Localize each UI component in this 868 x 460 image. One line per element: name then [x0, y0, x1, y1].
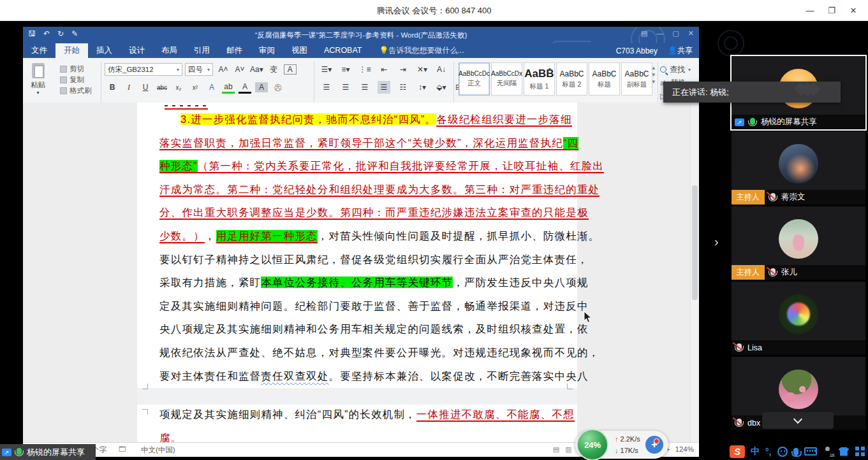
text-run: 种形态” — [159, 160, 198, 173]
word-minimize-button[interactable]: — — [656, 29, 663, 38]
ime-voice-icon[interactable] — [793, 448, 798, 456]
distribute-button[interactable]: ☷ — [397, 81, 409, 94]
document-text-line: 少数。），用足用好第一种形态，对苗头性倾向性问题及时提醒，抓早抓小、防微杜渐。 — [159, 229, 600, 243]
paste-button[interactable]: 粘贴▾ — [31, 63, 45, 96]
tab-ACROBAT[interactable]: ACROBAT — [316, 43, 371, 58]
bullet-list-button[interactable]: ☰▾ — [320, 63, 333, 76]
copy-button[interactable]: 复制 — [60, 75, 84, 85]
ime-skin-icon[interactable] — [839, 447, 850, 456]
tab-设计[interactable]: 设计 — [121, 43, 153, 58]
text-run: 。要坚持标本兼治、以案促改，不断完善落实中央八 — [329, 370, 589, 382]
scrollbar-thumb[interactable] — [692, 185, 698, 300]
ribbon-options-icon[interactable]: ▤ — [641, 29, 647, 38]
increase-indent-button[interactable]: ⇥ — [397, 63, 409, 76]
underline-button[interactable]: U — [139, 81, 152, 94]
language-status[interactable]: 中文(中国) — [141, 445, 175, 455]
sort-button[interactable]: A↓ — [435, 63, 448, 76]
tab-开始[interactable]: 开始 — [55, 43, 88, 58]
style-name: 标题 1 — [530, 82, 549, 91]
align-center-button[interactable]: ☰ — [339, 81, 352, 94]
format-painter-button[interactable]: 格式刷 — [60, 86, 92, 96]
word-maximize-button[interactable]: ▢ — [672, 29, 679, 38]
tab-布局[interactable]: 布局 — [153, 43, 186, 58]
strikethrough-button[interactable]: abc — [156, 81, 168, 94]
ime-chinese-mode-icon[interactable]: 中 — [751, 446, 760, 457]
tab-file[interactable]: 文件 — [23, 43, 55, 58]
character-shading-button[interactable]: A — [255, 82, 268, 92]
tab-审阅[interactable]: 审阅 — [251, 43, 283, 58]
decrease-indent-button[interactable]: ⇤ — [378, 63, 390, 76]
tab-视图[interactable]: 视图 — [283, 43, 316, 58]
numbered-list-button[interactable]: ≡▾ — [339, 63, 352, 76]
tab-插入[interactable]: 插入 — [88, 43, 121, 58]
meeting-title: 腾讯会议 会议号：600 847 400 — [0, 5, 868, 17]
sogou-input-icon[interactable]: S — [730, 445, 745, 458]
style-标题 2[interactable]: AaBbC标题 2 — [556, 62, 587, 96]
enclose-characters-button[interactable]: ㊅ — [272, 81, 284, 94]
subscript-button[interactable]: x₂ — [172, 81, 185, 94]
style-preview: AaBbCcDc — [459, 70, 490, 77]
read-mode-icon[interactable]: ▤ — [553, 445, 559, 454]
participant-tile-Lisa[interactable]: Lisa — [732, 282, 865, 355]
phonetic-guide-button[interactable]: 变 — [267, 63, 280, 76]
text-run: ，对苗头性倾向性问题及时提醒，抓早抓小、防微杜渐。 — [318, 230, 600, 241]
minimize-button[interactable]: — — [799, 0, 821, 21]
shrink-font-button[interactable]: A˅ — [233, 63, 246, 76]
proofing-icon[interactable]: 🗔 — [119, 445, 126, 453]
maximize-button[interactable]: ❐ — [821, 0, 842, 21]
participant-tile-张儿[interactable]: 主持人张儿 — [732, 206, 865, 280]
vertical-scrollbar[interactable] — [690, 103, 699, 442]
tab-邮件[interactable]: 邮件 — [218, 43, 251, 58]
cut-button[interactable]: 剪切 — [60, 64, 84, 74]
accelerate-button[interactable]: + — [645, 436, 663, 454]
font-color-button[interactable]: A — [239, 81, 251, 94]
text-run: “四 — [563, 137, 578, 150]
style-正文[interactable]: AaBbCcDc正文 — [459, 62, 490, 96]
taskbar: S中°, — [721, 443, 868, 460]
shading-button[interactable]: ⬙▾ — [435, 81, 448, 94]
share-button[interactable]: 👤共享 — [668, 45, 693, 56]
participant-tile-蒋崇文[interactable]: 主持人蒋崇文 — [732, 131, 865, 205]
superscript-button[interactable]: x² — [189, 81, 202, 94]
ime-punctuation-icon[interactable]: °, — [765, 446, 772, 457]
screen: 腾讯会议 会议号：600 847 400 — ❐ ✕ 🖫 ↶ ↻ ✎ “反腐倡廉… — [0, 0, 868, 460]
font-family-select[interactable]: 仿宋_GB2312▾ — [105, 63, 182, 76]
ime-member-icon[interactable] — [823, 447, 833, 457]
screen-share-banner[interactable]: ↗ 杨锐的屏幕共享 — [0, 444, 96, 460]
ime-keyboard-icon[interactable] — [804, 447, 817, 456]
tab-引用[interactable]: 引用 — [186, 43, 218, 58]
tell-me-box[interactable]: 💡告诉我您想要做什么... — [371, 43, 473, 58]
style-标题[interactable]: AaBbC标题 — [589, 62, 620, 96]
text-highlight-button[interactable]: ab — [222, 81, 235, 94]
ime-toolbox-icon[interactable] — [855, 447, 865, 456]
account-name[interactable]: C703 Abbey — [616, 47, 658, 55]
grow-font-button[interactable]: A˄ — [217, 63, 230, 76]
collapse-tiles-button[interactable] — [762, 412, 834, 429]
styles-scroll-buttons[interactable]: ▴▾▾ — [652, 64, 655, 85]
print-layout-icon[interactable]: ▥ — [565, 445, 571, 454]
style-标题 1[interactable]: AaBḂ标题 1 — [524, 62, 555, 96]
style-副标题[interactable]: AaBbC副标题 — [621, 62, 652, 96]
zoom-level[interactable]: 124% — [675, 445, 694, 453]
line-spacing-button[interactable]: ↕▾ — [416, 81, 429, 94]
text-effects-button[interactable]: A — [205, 81, 218, 94]
italic-button[interactable]: I — [122, 81, 135, 94]
change-case-button[interactable]: Aa▾ — [250, 63, 263, 76]
mic-muted-icon — [737, 343, 742, 350]
ime-emoji-icon[interactable] — [777, 447, 788, 457]
memory-ball[interactable]: 24% — [577, 429, 608, 460]
style-无间隔[interactable]: AaBbCcDx无间隔 — [491, 62, 522, 96]
close-button[interactable]: ✕ — [842, 0, 864, 21]
speed-overlay[interactable]: 24% ↑ 2.2K/s ↓ 17K/s + — [575, 431, 668, 459]
justify-button[interactable]: ☰ — [378, 81, 390, 94]
align-left-button[interactable]: ☰ — [320, 81, 333, 94]
word-close-button[interactable]: ✕ — [688, 29, 694, 38]
find-button[interactable]: 查找▾ — [660, 64, 691, 75]
bold-button[interactable]: B — [106, 81, 119, 94]
asian-layout-button[interactable]: ✕▾ — [416, 63, 429, 76]
character-border-button[interactable]: A — [284, 64, 297, 75]
collapse-sidebar-button[interactable]: › — [714, 234, 719, 249]
font-size-select[interactable]: 四号▾ — [185, 63, 213, 76]
multilevel-list-button[interactable]: ⋮≡ — [358, 63, 371, 76]
align-right-button[interactable]: ☰ — [358, 81, 371, 94]
